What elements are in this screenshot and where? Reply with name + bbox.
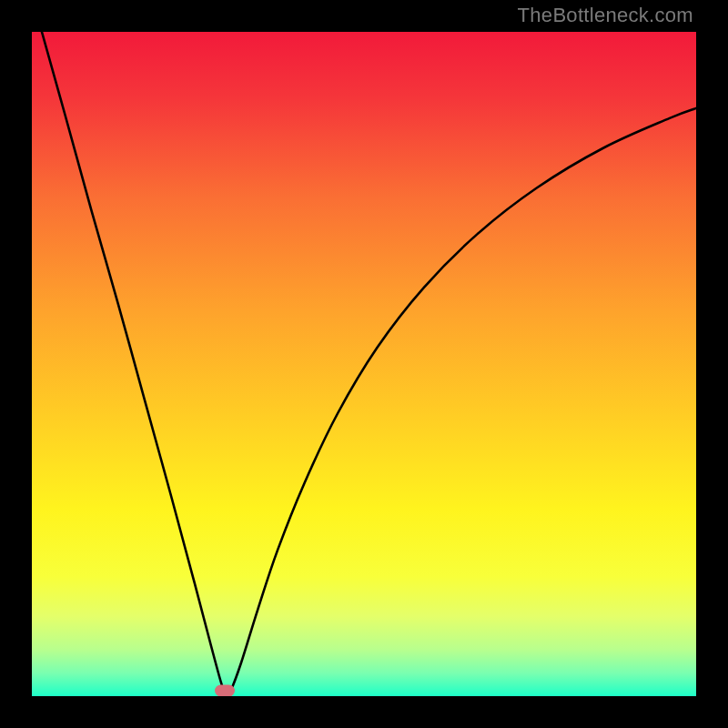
chart-container: TheBottleneck.com [0,0,728,728]
plot-area [32,32,696,696]
watermark-text: TheBottleneck.com [518,4,693,27]
bottleneck-curve [32,32,696,696]
minimum-marker [215,685,235,696]
